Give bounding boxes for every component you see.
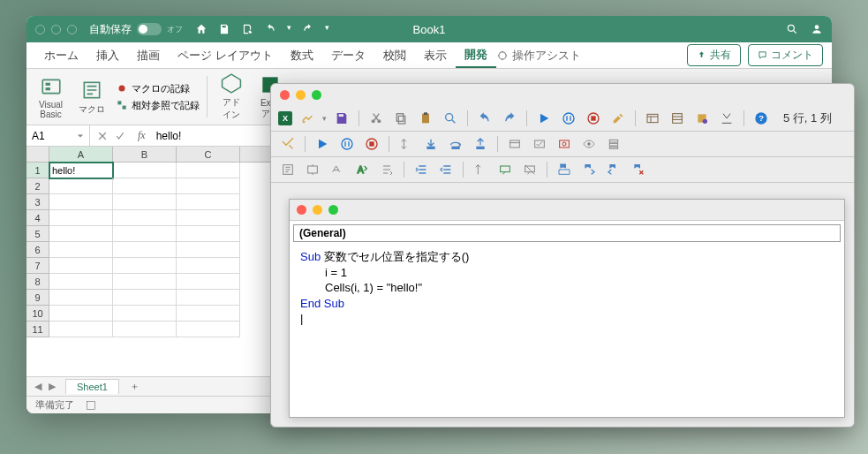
cell[interactable] bbox=[49, 178, 113, 194]
design-mode-icon[interactable] bbox=[608, 109, 628, 128]
tab-data[interactable]: データ bbox=[322, 42, 374, 68]
col-header[interactable]: C bbox=[177, 147, 240, 162]
cell[interactable] bbox=[177, 274, 240, 290]
save-edit-icon[interactable] bbox=[241, 23, 253, 35]
locals-icon[interactable] bbox=[505, 134, 525, 154]
quick-watch-icon[interactable] bbox=[579, 134, 599, 154]
watch-icon[interactable] bbox=[555, 134, 574, 154]
record-macro-button[interactable]: マクロの記録 bbox=[116, 82, 200, 95]
excel-app-icon[interactable]: X bbox=[278, 111, 292, 125]
row-header[interactable]: 1 bbox=[26, 163, 49, 178]
row-header[interactable]: 8 bbox=[26, 274, 49, 290]
cell[interactable] bbox=[113, 194, 177, 210]
cell[interactable] bbox=[113, 322, 177, 337]
vbe-window-controls[interactable] bbox=[271, 84, 854, 106]
tab-view[interactable]: 表示 bbox=[415, 42, 456, 68]
cell[interactable] bbox=[49, 290, 113, 306]
close-dot[interactable] bbox=[280, 90, 290, 100]
tools-dropdown[interactable]: ▾ bbox=[322, 114, 327, 123]
search-icon[interactable] bbox=[786, 23, 798, 35]
cell[interactable] bbox=[49, 210, 113, 226]
cell[interactable] bbox=[113, 258, 177, 274]
home-icon[interactable] bbox=[195, 23, 208, 35]
sheet-nav-prev[interactable]: ◀ bbox=[32, 381, 44, 392]
immediate-icon[interactable] bbox=[530, 134, 549, 154]
tools-icon[interactable] bbox=[298, 109, 317, 128]
zoom-dot[interactable] bbox=[67, 25, 77, 34]
indent-icon[interactable] bbox=[411, 160, 431, 179]
undo-dropdown[interactable]: ▾ bbox=[287, 23, 291, 35]
step-into-icon[interactable] bbox=[421, 134, 441, 154]
object-browser-icon[interactable] bbox=[692, 109, 712, 128]
toolbox-icon[interactable] bbox=[717, 109, 736, 128]
cell[interactable] bbox=[177, 178, 240, 194]
cell[interactable] bbox=[49, 194, 113, 210]
window-controls[interactable] bbox=[35, 25, 77, 34]
row-header[interactable]: 10 bbox=[26, 306, 49, 322]
zoom-dot[interactable] bbox=[312, 90, 321, 100]
toggle-icon[interactable] bbox=[278, 134, 298, 154]
tab-page-layout[interactable]: ページ レイアウト bbox=[169, 42, 282, 68]
run-icon[interactable] bbox=[313, 134, 332, 154]
call-stack-icon[interactable] bbox=[604, 134, 623, 154]
step-out-icon[interactable] bbox=[471, 134, 490, 154]
help-icon[interactable]: ? bbox=[751, 109, 771, 128]
tell-me[interactable]: 操作アシスト bbox=[496, 48, 581, 64]
parameter-info-icon[interactable]: A bbox=[352, 160, 372, 179]
formula-input[interactable]: hello! bbox=[151, 130, 187, 142]
autosave-switch[interactable] bbox=[137, 23, 162, 35]
redo-icon[interactable] bbox=[302, 23, 314, 35]
qa-more[interactable]: ▾ bbox=[325, 23, 329, 35]
cell[interactable] bbox=[177, 322, 240, 337]
cell[interactable] bbox=[113, 178, 177, 194]
tab-formulas[interactable]: 数式 bbox=[282, 42, 322, 68]
select-all-corner[interactable] bbox=[26, 147, 49, 163]
list-properties-icon[interactable] bbox=[278, 160, 298, 179]
cell[interactable] bbox=[49, 242, 113, 258]
minimize-dot[interactable] bbox=[313, 205, 322, 215]
cell[interactable] bbox=[177, 163, 240, 178]
user-icon[interactable] bbox=[811, 23, 823, 35]
col-header[interactable]: B bbox=[113, 147, 177, 162]
row-header[interactable]: 6 bbox=[26, 242, 49, 258]
pause-icon[interactable] bbox=[559, 109, 578, 128]
minimize-dot[interactable] bbox=[51, 25, 61, 34]
cell[interactable] bbox=[113, 226, 177, 242]
run-icon[interactable] bbox=[534, 109, 554, 128]
comment-block-icon[interactable] bbox=[495, 160, 515, 179]
visual-basic-button[interactable]: Visual Basic bbox=[34, 72, 68, 121]
prev-bookmark-icon[interactable] bbox=[604, 160, 623, 179]
next-bookmark-icon[interactable] bbox=[579, 160, 599, 179]
comment-button[interactable]: コメント bbox=[748, 44, 823, 66]
step-over-icon[interactable] bbox=[446, 134, 465, 154]
stop-icon[interactable] bbox=[584, 109, 603, 128]
pause-icon[interactable] bbox=[337, 134, 357, 154]
row-header[interactable]: 7 bbox=[26, 258, 49, 274]
properties-icon[interactable] bbox=[668, 109, 687, 128]
cell[interactable] bbox=[177, 306, 240, 322]
tab-review[interactable]: 校閲 bbox=[374, 42, 415, 68]
col-header[interactable]: A bbox=[49, 147, 113, 162]
copy-icon[interactable] bbox=[391, 109, 411, 128]
name-box[interactable]: A1 bbox=[26, 125, 90, 146]
autosave-toggle[interactable]: 自動保存 オフ bbox=[89, 22, 183, 37]
row-header[interactable]: 2 bbox=[26, 178, 49, 194]
cell[interactable] bbox=[177, 290, 240, 306]
object-dropdown[interactable]: (General) bbox=[293, 224, 841, 242]
cell[interactable] bbox=[113, 290, 177, 306]
cell[interactable] bbox=[177, 194, 240, 210]
stop-icon[interactable] bbox=[362, 134, 381, 154]
uncomment-block-icon[interactable] bbox=[520, 160, 540, 179]
row-header[interactable]: 4 bbox=[26, 210, 49, 226]
cell[interactable] bbox=[177, 226, 240, 242]
project-explorer-icon[interactable] bbox=[643, 109, 662, 128]
row-header[interactable]: 11 bbox=[26, 322, 49, 337]
cell[interactable] bbox=[177, 210, 240, 226]
relative-ref-button[interactable]: 相対参照で記録 bbox=[116, 99, 200, 112]
row-header[interactable]: 9 bbox=[26, 290, 49, 306]
undo-icon[interactable] bbox=[475, 109, 494, 128]
enter-icon[interactable] bbox=[115, 131, 125, 141]
tab-developer[interactable]: 開発 bbox=[456, 42, 496, 68]
sheet-tab[interactable]: Sheet1 bbox=[65, 379, 119, 394]
breakpoint-icon[interactable] bbox=[396, 134, 416, 154]
